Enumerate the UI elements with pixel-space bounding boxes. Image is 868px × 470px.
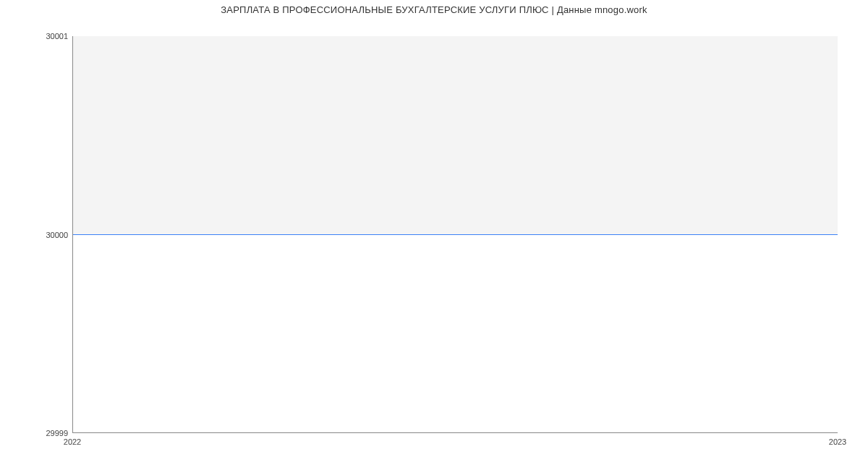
- chart-title: ЗАРПЛАТА В ПРОФЕССИОНАЛЬНЫЕ БУХГАЛТЕРСКИ…: [0, 0, 868, 15]
- plot-fill-upper: [73, 36, 838, 234]
- data-line: [73, 234, 838, 235]
- y-axis-tick-1: 30000: [46, 231, 68, 239]
- y-axis-tick-0: 29999: [46, 429, 68, 437]
- plot-fill-lower: [73, 234, 838, 432]
- y-axis-tick-2: 30001: [46, 32, 68, 40]
- x-axis-tick-0: 2022: [64, 437, 81, 446]
- chart-container: 29999 30000 30001 2022 2023: [72, 36, 838, 433]
- plot-area: [72, 36, 838, 433]
- x-axis-tick-1: 2023: [829, 437, 846, 446]
